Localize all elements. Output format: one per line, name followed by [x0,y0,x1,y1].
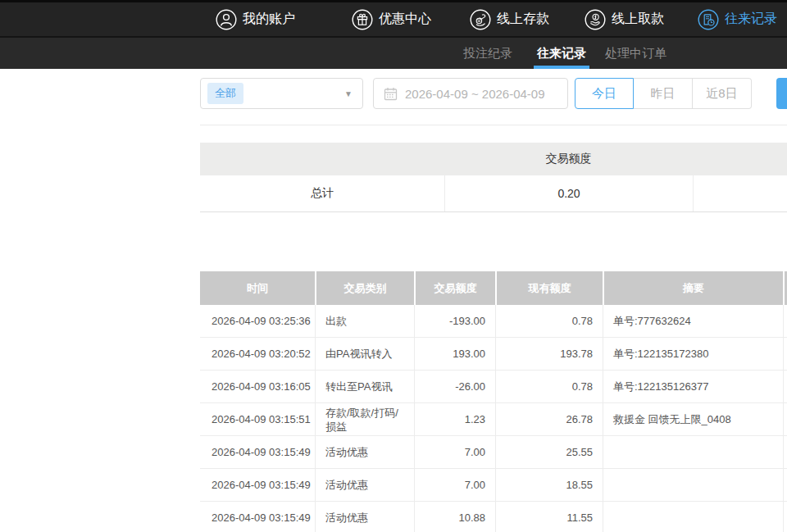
date-range-value: 2026-04-09 ~ 2026-04-09 [405,87,545,101]
table-row: 2026-04-09 03:15:49 活动优惠 7.00 18.55 [200,469,787,502]
cell-summary [603,502,783,532]
search-button[interactable] [776,78,787,109]
cell-summary: 单号:777632624 [603,305,783,337]
cell-type: 活动优惠 [315,502,414,532]
cell-type: 由PA视讯转入 [315,338,414,370]
summary-header-amount: 交易额度 [444,152,693,166]
summary-header-row: 交易额度 [200,143,787,175]
nav-label: 优惠中心 [379,11,431,28]
table-row: 2026-04-09 03:15:51 存款/取款/打码/损益 1.23 26.… [200,403,787,436]
header-extra [783,271,787,305]
summary-total-label: 总计 [200,186,444,201]
header-amount: 交易额度 [414,271,495,305]
nav-promo-center[interactable]: 优惠中心 [352,2,431,36]
transactions-table: 时间 交易类别 交易额度 现有额度 摘要 2026-04-09 03:25:36… [200,271,787,532]
calendar-icon [384,87,398,101]
nav-transaction-records[interactable]: 往来记录 [698,2,777,36]
nav-online-withdraw[interactable]: 线上取款 [585,2,664,36]
cell-amount: -26.00 [414,371,495,402]
button-label: 近8日 [706,86,737,102]
cell-time: 2026-04-09 03:15:49 [200,502,315,532]
cell-type: 活动优惠 [315,469,414,501]
cell-balance: 18.55 [495,469,603,501]
gift-icon [352,9,373,30]
chevron-down-icon: ▼ [344,89,353,98]
cell-extra [783,305,787,337]
table-row: 2026-04-09 03:25:36 出款 -193.00 0.78 单号:7… [200,305,787,338]
cell-extra [783,371,787,402]
cell-balance: 0.78 [495,305,603,337]
cell-summary: 单号:122135126377 [603,371,783,402]
cell-summary [603,469,783,501]
cell-balance: 0.78 [495,371,603,402]
selected-type-chip: 全部 [207,83,243,104]
nav-label: 我的账户 [243,11,295,28]
cell-amount: -193.00 [414,305,495,337]
header-type: 交易类别 [315,271,414,305]
tab-label: 处理中订单 [605,46,666,61]
header-summary: 摘要 [603,271,783,305]
cell-time: 2026-04-09 03:15:51 [200,403,315,435]
cell-amount: 193.00 [414,338,495,370]
header-balance: 现有额度 [495,271,603,305]
cell-balance: 11.55 [495,502,603,532]
date-range-input[interactable]: 2026-04-09 ~ 2026-04-09 [373,78,568,109]
tab-bet-records[interactable]: 投注纪录 [463,38,512,69]
cell-type: 存款/取款/打码/损益 [315,403,414,435]
cell-summary: 救援金 回馈无上限_0408 [603,403,783,435]
records-icon [698,9,719,30]
summary-total-value: 0.20 [444,175,693,211]
account-icon [216,9,237,30]
cell-type: 出款 [315,305,414,337]
cell-extra [783,403,787,435]
cell-type: 活动优惠 [315,436,414,468]
summary-table: 交易额度 总计 0.20 [200,143,787,212]
cell-extra [783,502,787,532]
cell-time: 2026-04-09 03:16:05 [200,371,315,402]
tab-label: 投注纪录 [463,46,512,61]
last-8-days-button[interactable]: 近8日 [693,78,752,109]
yesterday-button[interactable]: 昨日 [634,78,693,109]
cell-amount: 7.00 [414,469,495,501]
button-label: 昨日 [651,86,676,102]
cell-extra [783,469,787,501]
cell-summary [603,436,783,468]
filter-divider [200,125,787,125]
table-row: 2026-04-09 03:15:49 活动优惠 7.00 25.55 [200,436,787,469]
tab-label: 往来记录 [537,46,586,61]
cell-balance: 25.55 [495,436,603,468]
cell-balance: 26.78 [495,403,603,435]
cell-extra [783,338,787,370]
header-time: 时间 [200,271,315,305]
table-row: 2026-04-09 03:15:49 活动优惠 10.88 11.55 [200,502,787,532]
today-button[interactable]: 今日 [575,78,634,109]
button-label: 今日 [592,86,616,102]
summary-empty-cell [693,175,787,211]
cell-balance: 193.78 [495,338,603,370]
cell-type: 转出至PA视讯 [315,371,414,402]
cell-amount: 10.88 [414,502,495,532]
nav-my-account[interactable]: 我的账户 [216,2,295,36]
cell-time: 2026-04-09 03:25:36 [200,305,315,337]
nav-online-deposit[interactable]: 线上存款 [470,2,549,36]
nav-label: 线上取款 [612,11,664,28]
cell-extra [783,436,787,468]
cell-amount: 1.23 [414,403,495,435]
table-header-row: 时间 交易类别 交易额度 现有额度 摘要 [200,271,787,305]
table-row: 2026-04-09 03:20:52 由PA视讯转入 193.00 193.7… [200,338,787,371]
type-select[interactable]: 全部 ▼ [200,78,363,109]
records-tab-bar: 投注纪录 往来记录 处理中订单 [0,38,787,69]
tab-processing-orders[interactable]: 处理中订单 [605,38,666,69]
cell-time: 2026-04-09 03:15:49 [200,436,315,468]
summary-total-row: 总计 0.20 [200,175,787,212]
tab-transaction-records[interactable]: 往来记录 [537,38,586,69]
cell-amount: 7.00 [414,436,495,468]
nav-label: 往来记录 [725,11,777,28]
deposit-icon [470,9,491,30]
quick-date-buttons: 今日 昨日 近8日 [575,78,752,109]
transaction-records-page: 我的账户 优惠中心 线上存款 [0,0,787,532]
nav-label: 线上存款 [497,11,549,28]
withdraw-icon [585,9,606,30]
cell-time: 2026-04-09 03:20:52 [200,338,315,370]
cell-time: 2026-04-09 03:15:49 [200,469,315,501]
